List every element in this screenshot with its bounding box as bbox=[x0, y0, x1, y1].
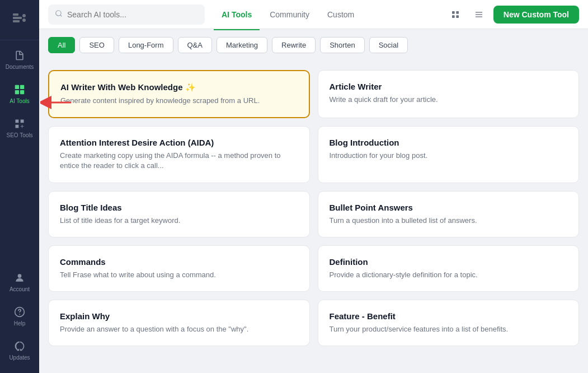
sidebar-item-label: SEO Tools bbox=[6, 132, 32, 138]
svg-point-4 bbox=[22, 18, 26, 22]
tool-card-desc: Provide an answer to a question with a f… bbox=[60, 324, 298, 334]
search-container[interactable] bbox=[48, 4, 205, 25]
tool-card-title: Article Writer bbox=[330, 82, 568, 91]
filter-all[interactable]: All bbox=[48, 37, 75, 53]
tool-card-title: AI Writer With Web Knowledge ✨ bbox=[60, 82, 298, 92]
search-input[interactable] bbox=[67, 10, 198, 19]
tool-card-title: Bullet Point Answers bbox=[330, 203, 568, 212]
tool-card-desc: Write a quick draft for your article. bbox=[330, 95, 568, 105]
tool-card-desc: Create marketing copy using the AIDA for… bbox=[60, 151, 298, 171]
documents-icon bbox=[13, 49, 26, 62]
tool-card-desc: Introduction for your blog post. bbox=[330, 151, 568, 161]
sidebar-item-label: Account bbox=[10, 286, 30, 292]
sidebar: Documents AI Tools SEO Tools bbox=[0, 0, 39, 373]
sidebar-logo bbox=[0, 6, 39, 40]
sidebar-item-seo-tools[interactable]: SEO Tools bbox=[0, 111, 39, 145]
tool-card[interactable]: Bullet Point AnswersTurn a question into… bbox=[318, 191, 580, 237]
filter-bar: All SEO Long-Form Q&A Marketing Rewrite … bbox=[39, 29, 588, 61]
sidebar-item-ai-tools[interactable]: AI Tools bbox=[0, 77, 39, 111]
svg-rect-6 bbox=[20, 85, 24, 89]
seo-tools-icon bbox=[13, 118, 26, 130]
sidebar-item-label: Updates bbox=[9, 355, 30, 361]
tool-card-desc: Turn a question into a bulleted list of … bbox=[330, 216, 568, 226]
tool-card-title: Blog Introduction bbox=[330, 138, 568, 147]
main-content: AI Tools Community Custom New bbox=[39, 0, 588, 373]
sidebar-item-label: Help bbox=[14, 320, 26, 327]
filter-marketing[interactable]: Marketing bbox=[217, 37, 267, 53]
filter-shorten[interactable]: Shorten bbox=[320, 37, 365, 53]
ai-tools-icon bbox=[13, 83, 26, 96]
tool-card[interactable]: Explain WhyProvide an answer to a questi… bbox=[48, 300, 310, 346]
tool-card-desc: Tell Frase what to write about using a c… bbox=[60, 270, 298, 280]
sidebar-item-label: Documents bbox=[6, 64, 34, 70]
sidebar-item-label: AI Tools bbox=[10, 98, 29, 104]
tab-community[interactable]: Community bbox=[262, 7, 317, 22]
svg-point-3 bbox=[22, 14, 26, 17]
tool-card[interactable]: Feature - BenefitTurn your product/servi… bbox=[318, 300, 580, 346]
svg-rect-14 bbox=[456, 11, 459, 14]
svg-point-12 bbox=[56, 11, 61, 16]
tool-card[interactable]: AI Writer With Web Knowledge ✨Generate c… bbox=[48, 70, 310, 118]
tool-card[interactable]: Attention Interest Desire Action (AIDA)C… bbox=[48, 126, 310, 183]
tool-card-title: Commands bbox=[60, 257, 298, 267]
svg-rect-15 bbox=[452, 15, 455, 18]
svg-rect-1 bbox=[13, 17, 22, 19]
svg-rect-16 bbox=[456, 15, 459, 18]
sidebar-item-help[interactable]: Help bbox=[0, 299, 39, 333]
sidebar-item-updates[interactable]: Updates bbox=[0, 333, 39, 367]
tab-ai-tools[interactable]: AI Tools bbox=[214, 7, 260, 22]
svg-rect-2 bbox=[13, 20, 20, 22]
tool-card[interactable]: DefinitionProvide a dictionary-style def… bbox=[318, 245, 580, 292]
tool-card[interactable]: CommandsTell Frase what to write about u… bbox=[48, 245, 310, 292]
tool-card[interactable]: Blog Title IdeasList of title ideas for … bbox=[48, 191, 310, 237]
filter-rewrite[interactable]: Rewrite bbox=[272, 37, 316, 53]
svg-rect-8 bbox=[20, 90, 24, 94]
account-icon bbox=[13, 272, 26, 284]
filter-long-form[interactable]: Long-Form bbox=[119, 37, 173, 53]
svg-rect-0 bbox=[13, 13, 18, 16]
new-custom-tool-button[interactable]: New Custom Tool bbox=[493, 6, 579, 24]
tool-card-title: Definition bbox=[330, 257, 568, 267]
sidebar-item-account[interactable]: Account bbox=[0, 265, 39, 299]
tool-card-title: Blog Title Ideas bbox=[60, 203, 298, 212]
sidebar-item-documents[interactable]: Documents bbox=[0, 43, 39, 77]
svg-rect-5 bbox=[15, 85, 19, 89]
svg-rect-13 bbox=[452, 11, 455, 14]
nav-tabs: AI Tools Community Custom bbox=[214, 7, 438, 22]
svg-point-9 bbox=[18, 274, 22, 278]
tool-card-desc: Turn your product/service features into … bbox=[330, 324, 568, 334]
tool-card-desc: List of title ideas for a target keyword… bbox=[60, 216, 298, 226]
tool-card-desc: Provide a dictionary-style definition fo… bbox=[330, 270, 568, 280]
tool-card-title: Explain Why bbox=[60, 311, 298, 321]
tools-grid: AI Writer With Web Knowledge ✨Generate c… bbox=[39, 61, 588, 373]
filter-qa[interactable]: Q&A bbox=[178, 37, 212, 53]
tab-custom[interactable]: Custom bbox=[319, 7, 362, 22]
list-view-button[interactable] bbox=[470, 6, 488, 24]
arrow-indicator bbox=[40, 94, 74, 113]
topbar-actions: New Custom Tool bbox=[446, 6, 579, 24]
tool-card[interactable]: Article WriterWrite a quick draft for yo… bbox=[318, 70, 580, 118]
updates-icon bbox=[13, 340, 26, 352]
filter-social[interactable]: Social bbox=[369, 37, 408, 53]
help-icon bbox=[13, 306, 26, 318]
tool-card-desc: Generate content inspired by knowledge s… bbox=[60, 96, 298, 106]
tool-card[interactable]: Blog IntroductionIntroduction for your b… bbox=[318, 126, 580, 183]
topbar: AI Tools Community Custom New bbox=[39, 0, 588, 29]
filter-seo[interactable]: SEO bbox=[79, 37, 114, 53]
tool-card-title: Feature - Benefit bbox=[330, 311, 568, 321]
tool-card-title: Attention Interest Desire Action (AIDA) bbox=[60, 138, 298, 147]
svg-point-11 bbox=[19, 314, 20, 315]
search-icon bbox=[55, 10, 63, 19]
svg-rect-7 bbox=[15, 90, 19, 94]
grid-view-button[interactable] bbox=[446, 6, 464, 24]
